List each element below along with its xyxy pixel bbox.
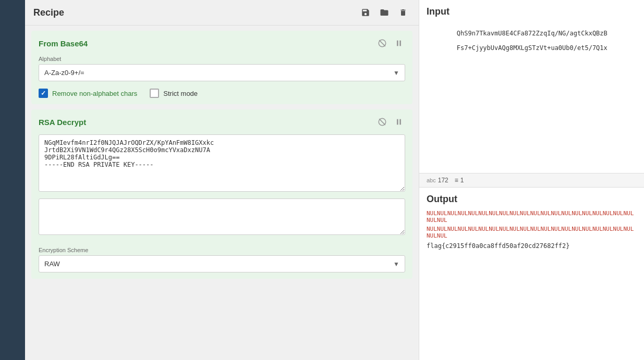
svg-line-5	[379, 119, 385, 125]
output-flag-text: flag{c2915ff0a0ca8ffd50af20cd27682ff2}	[427, 242, 637, 250]
alphabet-value: A-Za-z0-9+/=	[44, 69, 84, 77]
input-line1: QhS9n7TkavmU8E4CFa872ZzqIq/NG/agtCkxQBzB	[457, 30, 607, 37]
input-section: Input QhS9n7TkavmU8E4CFa872ZzqIq/NG/agtC…	[419, 0, 644, 173]
from-base64-title: From Base64	[39, 39, 88, 48]
output-section: Output NULNULNULNULNULNULNULNULNULNULNUL…	[419, 188, 644, 361]
svg-line-1	[379, 40, 385, 46]
status-abc: abc 172	[427, 177, 448, 184]
encryption-scheme-dropdown[interactable]: RAW ▼	[39, 255, 405, 272]
remove-checkbox-box: ✓	[39, 89, 48, 98]
status-lines: ≡ 1	[455, 177, 464, 184]
delete-button[interactable]	[396, 5, 410, 20]
open-folder-button[interactable]	[377, 5, 392, 20]
right-panel: Input QhS9n7TkavmU8E4CFa872ZzqIq/NG/agtC…	[419, 0, 644, 360]
svg-rect-3	[399, 41, 401, 46]
recipe-panel: Recipe From Base64	[25, 0, 419, 360]
svg-rect-6	[397, 119, 398, 125]
remove-non-alphabet-checkbox[interactable]: ✓ Remove non-alphabet chars	[39, 89, 137, 98]
rsa-disable-icon[interactable]	[376, 116, 388, 128]
dropdown-arrow-icon: ▼	[393, 69, 399, 77]
recipe-header-icons	[358, 5, 410, 20]
abc-label: abc	[427, 177, 436, 183]
encryption-scheme-label: Encryption Scheme	[39, 247, 405, 253]
alphabet-dropdown[interactable]: A-Za-z0-9+/= ▼	[39, 64, 405, 81]
rsa-decrypt-header: RSA Decrypt	[39, 116, 405, 128]
output-panel-title: Output	[427, 194, 637, 205]
main-content: Recipe From Base64	[25, 0, 644, 360]
input-text-content: QhS9n7TkavmU8E4CFa872ZzqIq/NG/agtCkxQBzB…	[427, 22, 637, 59]
output-error-line1: NULNULNULNULNULNULNULNULNULNULNULNULNULN…	[427, 210, 637, 224]
recipe-header: Recipe	[25, 0, 419, 26]
save-button[interactable]	[358, 5, 373, 20]
input-line2: Fs7+CjyybUvAQg8MXLgSTzVt+ua0Ub0/et5/7Q1x	[457, 44, 607, 52]
svg-rect-7	[399, 119, 401, 125]
sidebar	[0, 0, 25, 360]
from-base64-disable-icon[interactable]	[376, 37, 388, 49]
strict-mode-label: Strict mode	[163, 90, 198, 97]
checkbox-row: ✓ Remove non-alphabet chars Strict mode	[39, 89, 405, 98]
rsa-decrypt-title: RSA Decrypt	[39, 118, 86, 127]
encryption-scheme-section: Encryption Scheme RAW ▼	[39, 247, 405, 272]
strict-mode-checkbox-box	[150, 89, 159, 98]
strict-mode-checkbox[interactable]: Strict mode	[150, 89, 198, 98]
from-base64-icons	[376, 37, 405, 49]
lines-count: 1	[460, 177, 464, 184]
encryption-scheme-value: RAW	[44, 260, 60, 268]
char-count: 172	[438, 177, 448, 184]
svg-rect-2	[397, 41, 398, 46]
rsa-pause-icon[interactable]	[393, 116, 405, 128]
checkmark-icon: ✓	[41, 90, 46, 97]
key-password-section	[39, 198, 405, 243]
key-textarea-wrapper: NGqMIevfm4nrI2f0NJQJAJrOQDrZX/KpYAnFmW8I…	[39, 134, 405, 193]
alphabet-label: Alphabet	[39, 56, 405, 62]
status-bar: abc 172 ≡ 1	[419, 173, 644, 188]
lines-icon: ≡	[455, 177, 458, 184]
private-key-textarea[interactable]: NGqMIevfm4nrI2f0NJQJAJrOQDrZX/KpYAnFmW8I…	[39, 134, 405, 192]
output-error-line2: NULNULNULNULNULNULNULNULNULNULNULNULNULN…	[427, 226, 637, 239]
from-base64-header: From Base64	[39, 37, 405, 49]
from-base64-card: From Base64 Alphabet A-Za-z0-9+/= ▼	[31, 31, 412, 104]
encryption-scheme-arrow-icon: ▼	[393, 260, 399, 268]
recipe-title: Recipe	[33, 7, 64, 18]
from-base64-pause-icon[interactable]	[393, 37, 405, 49]
rsa-decrypt-card: RSA Decrypt NGqMIevfm4nrI2f0NJQJAJrOQDrZ…	[31, 109, 412, 279]
remove-checkbox-label: Remove non-alphabet chars	[52, 90, 137, 97]
key-password-textarea[interactable]	[39, 198, 405, 235]
input-panel-title: Input	[427, 6, 637, 17]
rsa-decrypt-icons	[376, 116, 405, 128]
